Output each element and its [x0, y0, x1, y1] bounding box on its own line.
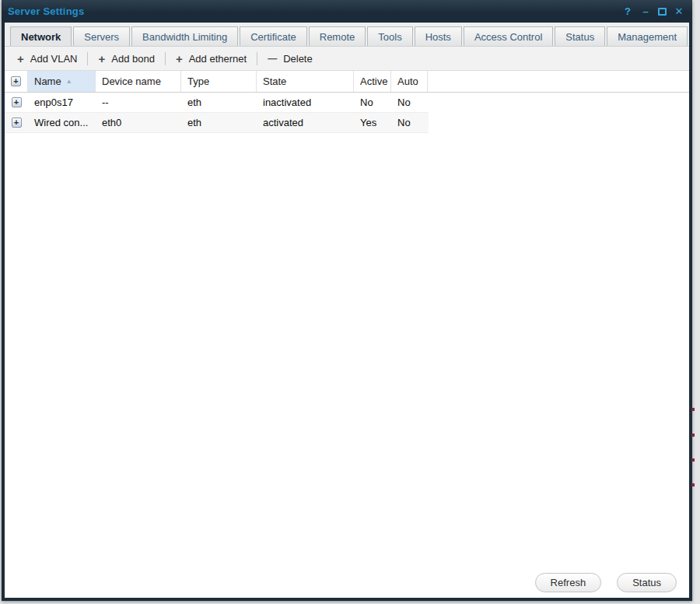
add-ethernet-button[interactable]: + Add ethernet — [168, 51, 254, 67]
tab-management[interactable]: Management — [607, 26, 688, 46]
cell-name: enp0s17 — [28, 93, 96, 112]
toolbar-separator — [165, 52, 166, 65]
add-bond-button[interactable]: + Add bond — [90, 51, 162, 67]
toolbar-separator — [87, 52, 88, 65]
maximize-icon[interactable] — [658, 8, 667, 16]
close-icon[interactable]: ✕ — [674, 6, 684, 17]
network-toolbar: + Add VLAN + Add bond + Add ethernet — D… — [5, 47, 689, 71]
window-title: Server Settings — [8, 5, 622, 17]
table-row-enp0s17[interactable]: + enp0s17 -- eth inactivated No No — [5, 93, 429, 113]
tab-bandwidth-limiting[interactable]: Bandwidth Limiting — [131, 26, 238, 46]
help-icon[interactable]: ? — [622, 6, 633, 17]
tab-network[interactable]: Network — [10, 26, 72, 46]
tab-servers[interactable]: Servers — [73, 26, 130, 46]
column-header-auto[interactable]: Auto — [391, 71, 428, 92]
tab-remote[interactable]: Remote — [309, 26, 366, 46]
grid-header: + Name ▲ Device name Type State Active A… — [5, 71, 689, 93]
delete-button[interactable]: — Delete — [260, 51, 320, 67]
server-settings-window: Server Settings ? – ✕ Network Servers Ba… — [2, 0, 692, 601]
plus-icon: + — [176, 53, 183, 65]
background-artifact — [691, 408, 695, 411]
add-ethernet-label: Add ethernet — [189, 53, 247, 65]
cell-active: No — [354, 93, 391, 112]
tab-tools[interactable]: Tools — [367, 26, 412, 46]
cell-type: eth — [181, 113, 257, 132]
tab-status[interactable]: Status — [555, 26, 605, 46]
cell-device-name: eth0 — [96, 113, 181, 132]
cell-auto: No — [391, 93, 428, 112]
minus-icon: — — [268, 53, 277, 65]
footer-buttons: Refresh Status — [535, 573, 677, 592]
plus-icon: + — [17, 53, 24, 65]
column-header-active[interactable]: Active — [354, 71, 391, 92]
add-bond-label: Add bond — [111, 53, 155, 65]
expand-all-button[interactable]: + — [5, 71, 28, 92]
tab-bar: Network Servers Bandwidth Limiting Certi… — [5, 23, 689, 47]
minimize-icon[interactable]: – — [640, 6, 651, 17]
plus-icon: + — [98, 53, 105, 65]
expand-icon[interactable]: + — [12, 118, 22, 128]
cell-type: eth — [181, 93, 257, 112]
table-row-wired-connection[interactable]: + Wired con... eth0 eth activated Yes No — [5, 113, 429, 133]
cell-device-name: -- — [96, 93, 181, 112]
column-header-state[interactable]: State — [257, 71, 354, 92]
sort-asc-icon: ▲ — [66, 79, 72, 85]
column-header-device-name[interactable]: Device name — [96, 71, 181, 92]
background-artifact — [691, 434, 695, 437]
cell-state: activated — [257, 113, 354, 132]
titlebar[interactable]: Server Settings ? – ✕ — [2, 0, 692, 23]
column-header-type[interactable]: Type — [181, 71, 257, 92]
tab-access-control[interactable]: Access Control — [464, 26, 553, 46]
window-content: Network Servers Bandwidth Limiting Certi… — [5, 23, 689, 598]
add-vlan-label: Add VLAN — [30, 53, 78, 65]
cell-auto: No — [391, 113, 428, 132]
column-header-name[interactable]: Name ▲ — [28, 71, 96, 92]
cell-name: Wired con... — [28, 113, 96, 132]
toolbar-separator — [257, 52, 257, 65]
add-vlan-button[interactable]: + Add VLAN — [9, 51, 85, 67]
cell-active: Yes — [354, 113, 391, 132]
delete-label: Delete — [283, 53, 313, 65]
expand-icon: + — [11, 76, 21, 86]
background-artifact — [691, 483, 695, 486]
status-button[interactable]: Status — [617, 573, 677, 592]
expand-icon[interactable]: + — [12, 97, 22, 107]
refresh-button[interactable]: Refresh — [535, 573, 602, 592]
background-artifact — [691, 458, 695, 462]
tab-certificate[interactable]: Certificate — [240, 26, 307, 46]
tab-hosts[interactable]: Hosts — [415, 26, 462, 46]
window-controls: ? – ✕ — [622, 6, 684, 17]
cell-state: inactivated — [257, 93, 354, 112]
